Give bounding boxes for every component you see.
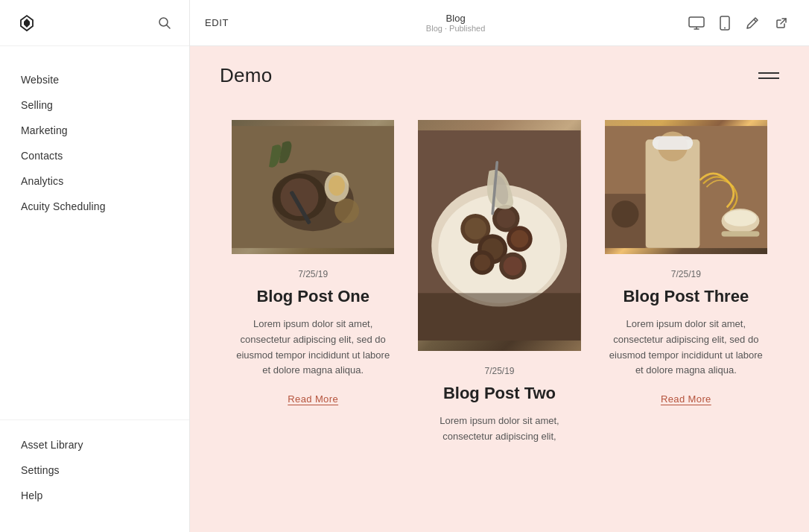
- food-image-3: [605, 120, 767, 254]
- svg-point-7: [724, 27, 726, 28]
- sidebar-item-settings[interactable]: Settings: [0, 457, 189, 483]
- logo[interactable]: [15, 11, 39, 35]
- top-bar: EDIT Blog Blog · Published: [190, 0, 809, 46]
- demo-site-title: Demo: [220, 64, 272, 87]
- blog-post-2-image: [418, 120, 580, 351]
- search-icon: [158, 16, 171, 30]
- desktop-icon: [688, 16, 705, 30]
- svg-point-42: [724, 210, 757, 227]
- mobile-view-button[interactable]: [714, 11, 736, 35]
- blog-grid: 7/25/19 Blog Post One Lorem ipsum dolor …: [190, 105, 809, 490]
- sidebar-item-selling[interactable]: Selling: [0, 92, 189, 118]
- post-1-title: Blog Post One: [256, 287, 369, 306]
- svg-point-28: [511, 230, 529, 248]
- demo-navbar: Demo: [190, 46, 809, 105]
- svg-point-32: [504, 256, 522, 275]
- mobile-icon: [720, 16, 730, 31]
- svg-point-16: [329, 176, 345, 196]
- post-1-date: 7/25/19: [298, 269, 328, 279]
- svg-rect-40: [652, 136, 693, 150]
- blog-card-3: 7/25/19 Blog Post Three Lorem ipsum dolo…: [593, 120, 779, 490]
- page-title: Blog: [426, 13, 486, 24]
- page-subtitle: Blog · Published: [426, 24, 486, 33]
- blog-card-1: 7/25/19 Blog Post One Lorem ipsum dolor …: [220, 120, 406, 490]
- svg-point-30: [475, 254, 491, 270]
- svg-rect-43: [721, 231, 759, 236]
- svg-point-13: [280, 178, 318, 216]
- blog-post-1-image: [232, 120, 394, 254]
- preview-area: Demo: [190, 46, 809, 532]
- top-bar-actions: [682, 11, 794, 35]
- svg-rect-35: [418, 293, 580, 341]
- sidebar-item-help[interactable]: Help: [0, 483, 189, 508]
- menu-line-2: [758, 77, 779, 79]
- preview-content: Demo: [190, 46, 809, 490]
- sidebar-item-marketing[interactable]: Marketing: [0, 118, 189, 143]
- main-nav: Website Selling Marketing Contacts Analy…: [0, 46, 189, 419]
- post-2-date: 7/25/19: [484, 366, 514, 376]
- svg-line-8: [754, 19, 756, 22]
- svg-line-9: [781, 19, 786, 24]
- pen-button[interactable]: [739, 11, 766, 35]
- pen-icon: [745, 16, 760, 31]
- sidebar-item-website[interactable]: Website: [0, 67, 189, 92]
- post-3-excerpt: Lorem ipsum dolor sit amet, consectetur …: [605, 317, 767, 379]
- svg-line-2: [167, 25, 171, 28]
- food-image-1: [232, 120, 394, 254]
- blog-post-3-image: [605, 120, 767, 254]
- food-image-2: [418, 120, 580, 351]
- sidebar: Website Selling Marketing Contacts Analy…: [0, 0, 190, 532]
- desktop-view-button[interactable]: [682, 12, 711, 34]
- post-1-excerpt: Lorem ipsum dolor sit amet, consectetur …: [232, 317, 394, 379]
- sidebar-item-acuity[interactable]: Acuity Scheduling: [0, 194, 189, 219]
- sidebar-item-contacts[interactable]: Contacts: [0, 143, 189, 168]
- post-3-date: 7/25/19: [671, 269, 701, 279]
- sidebar-header: [0, 0, 189, 46]
- post-1-read-more[interactable]: Read More: [288, 393, 338, 405]
- menu-line-1: [758, 72, 779, 74]
- svg-point-22: [465, 218, 486, 239]
- post-3-read-more[interactable]: Read More: [661, 393, 711, 405]
- page-info: Blog Blog · Published: [426, 13, 486, 33]
- svg-rect-3: [689, 17, 704, 27]
- sidebar-item-asset-library[interactable]: Asset Library: [0, 432, 189, 457]
- post-2-excerpt: Lorem ipsum dolor sit amet, consectetur …: [418, 414, 580, 445]
- blog-card-2: 7/25/19 Blog Post Two Lorem ipsum dolor …: [406, 120, 592, 490]
- search-button[interactable]: [155, 13, 174, 33]
- hamburger-menu-icon[interactable]: [758, 72, 779, 79]
- squarespace-logo-icon: [15, 11, 39, 35]
- sidebar-item-analytics[interactable]: Analytics: [0, 168, 189, 194]
- post-3-title: Blog Post Three: [623, 287, 749, 306]
- post-2-title: Blog Post Two: [443, 384, 556, 403]
- external-link-button[interactable]: [769, 12, 794, 34]
- svg-point-45: [612, 200, 638, 227]
- external-link-icon: [775, 16, 788, 30]
- svg-point-15: [334, 198, 359, 223]
- main-area: EDIT Blog Blog · Published: [190, 0, 809, 532]
- svg-point-24: [497, 209, 515, 228]
- sidebar-bottom-nav: Asset Library Settings Help: [0, 419, 189, 532]
- edit-button[interactable]: EDIT: [205, 17, 229, 28]
